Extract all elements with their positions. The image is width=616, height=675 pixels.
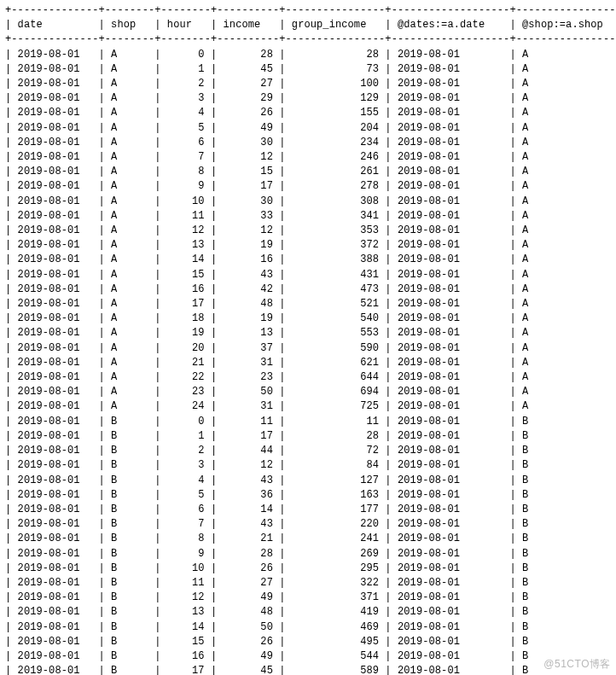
query-result-table: +--------------+--------+--------+------… <box>0 0 616 675</box>
watermark-label: @51CTO博客 <box>543 657 611 672</box>
